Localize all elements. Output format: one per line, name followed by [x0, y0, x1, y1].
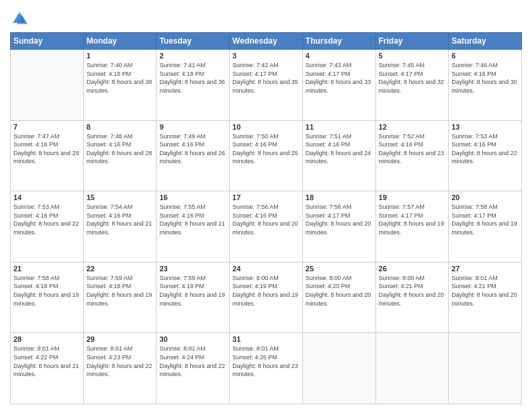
cell-info: Sunrise: 7:43 AMSunset: 4:17 PMDaylight:…	[306, 61, 373, 95]
calendar-cell: 24Sunrise: 8:00 AMSunset: 4:19 PMDayligh…	[230, 262, 303, 333]
cell-info: Sunrise: 7:45 AMSunset: 4:17 PMDaylight:…	[379, 61, 446, 95]
calendar-cell: 13Sunrise: 7:53 AMSunset: 4:16 PMDayligh…	[449, 120, 522, 191]
cell-info: Sunrise: 7:55 AMSunset: 4:16 PMDaylight:…	[159, 203, 226, 236]
calendar-cell: 16Sunrise: 7:55 AMSunset: 4:16 PMDayligh…	[157, 191, 230, 263]
day-number: 31	[232, 335, 300, 343]
day-number: 2	[159, 52, 226, 60]
day-number: 15	[87, 193, 154, 201]
day-number: 27	[451, 265, 519, 273]
day-number: 20	[451, 193, 519, 201]
calendar-day-header: Tuesday	[157, 33, 230, 50]
calendar-table: SundayMondayTuesdayWednesdayThursdayFrid…	[10, 32, 522, 404]
day-number: 13	[451, 123, 519, 131]
calendar-cell: 31Sunrise: 8:01 AMSunset: 4:25 PMDayligh…	[230, 333, 303, 404]
cell-info: Sunrise: 8:01 AMSunset: 4:24 PMDaylight:…	[159, 345, 226, 378]
calendar-cell	[302, 333, 375, 404]
calendar-cell: 1Sunrise: 7:40 AMSunset: 4:18 PMDaylight…	[83, 50, 157, 121]
day-number: 24	[232, 265, 300, 273]
day-number: 30	[159, 335, 226, 343]
day-number: 5	[379, 52, 446, 60]
cell-info: Sunrise: 7:58 AMSunset: 4:18 PMDaylight:…	[13, 274, 81, 308]
calendar-cell: 26Sunrise: 8:00 AMSunset: 4:21 PMDayligh…	[375, 262, 449, 333]
day-number: 9	[159, 123, 226, 131]
cell-info: Sunrise: 7:42 AMSunset: 4:17 PMDaylight:…	[232, 61, 300, 95]
calendar-cell: 6Sunrise: 7:46 AMSunset: 4:16 PMDaylight…	[449, 50, 522, 121]
calendar-day-header: Sunday	[11, 33, 84, 50]
calendar-cell: 15Sunrise: 7:54 AMSunset: 4:16 PMDayligh…	[83, 191, 157, 263]
calendar-day-header: Wednesday	[230, 33, 303, 50]
calendar-cell: 14Sunrise: 7:53 AMSunset: 4:16 PMDayligh…	[11, 191, 84, 263]
calendar-cell: 30Sunrise: 8:01 AMSunset: 4:24 PMDayligh…	[157, 333, 230, 404]
calendar-cell: 29Sunrise: 8:01 AMSunset: 4:23 PMDayligh…	[83, 333, 157, 404]
logo-icon	[10, 9, 29, 28]
calendar-week-row: 1Sunrise: 7:40 AMSunset: 4:18 PMDaylight…	[11, 50, 522, 121]
day-number: 7	[13, 123, 81, 131]
day-number: 17	[232, 193, 300, 201]
calendar-cell: 22Sunrise: 7:59 AMSunset: 4:18 PMDayligh…	[83, 262, 157, 333]
day-number: 26	[379, 265, 446, 273]
cell-info: Sunrise: 7:56 AMSunset: 4:17 PMDaylight:…	[306, 203, 373, 236]
logo	[10, 9, 32, 28]
calendar-day-header: Monday	[83, 33, 157, 50]
day-number: 11	[306, 123, 373, 131]
cell-info: Sunrise: 8:01 AMSunset: 4:21 PMDaylight:…	[451, 274, 519, 308]
calendar-cell: 27Sunrise: 8:01 AMSunset: 4:21 PMDayligh…	[449, 262, 522, 333]
day-number: 3	[232, 52, 300, 60]
calendar-cell: 3Sunrise: 7:42 AMSunset: 4:17 PMDaylight…	[230, 50, 303, 121]
calendar-cell: 18Sunrise: 7:56 AMSunset: 4:17 PMDayligh…	[302, 191, 375, 263]
calendar-cell	[375, 333, 449, 404]
day-number: 25	[306, 265, 373, 273]
cell-info: Sunrise: 8:01 AMSunset: 4:22 PMDaylight:…	[13, 345, 81, 378]
calendar-cell: 12Sunrise: 7:52 AMSunset: 4:16 PMDayligh…	[375, 120, 449, 191]
calendar-cell: 21Sunrise: 7:58 AMSunset: 4:18 PMDayligh…	[11, 262, 84, 333]
cell-info: Sunrise: 7:40 AMSunset: 4:18 PMDaylight:…	[87, 61, 154, 95]
day-number: 6	[451, 52, 519, 60]
calendar-header-row: SundayMondayTuesdayWednesdayThursdayFrid…	[11, 33, 522, 50]
cell-info: Sunrise: 7:54 AMSunset: 4:16 PMDaylight:…	[87, 203, 154, 236]
cell-info: Sunrise: 7:53 AMSunset: 4:16 PMDaylight:…	[451, 132, 519, 166]
cell-info: Sunrise: 7:59 AMSunset: 4:18 PMDaylight:…	[87, 274, 154, 308]
cell-info: Sunrise: 7:50 AMSunset: 4:16 PMDaylight:…	[232, 132, 300, 166]
cell-info: Sunrise: 7:53 AMSunset: 4:16 PMDaylight:…	[13, 203, 81, 236]
cell-info: Sunrise: 7:49 AMSunset: 4:16 PMDaylight:…	[159, 132, 226, 166]
day-number: 28	[13, 335, 81, 343]
calendar-day-header: Friday	[375, 33, 449, 50]
cell-info: Sunrise: 8:00 AMSunset: 4:19 PMDaylight:…	[232, 274, 300, 308]
calendar-cell: 8Sunrise: 7:48 AMSunset: 4:16 PMDaylight…	[83, 120, 157, 191]
cell-info: Sunrise: 7:51 AMSunset: 4:16 PMDaylight:…	[306, 132, 373, 166]
calendar-day-header: Saturday	[449, 33, 522, 50]
day-number: 14	[13, 193, 81, 201]
day-number: 18	[306, 193, 373, 201]
cell-info: Sunrise: 8:00 AMSunset: 4:21 PMDaylight:…	[379, 274, 446, 308]
cell-info: Sunrise: 7:59 AMSunset: 4:19 PMDaylight:…	[159, 274, 226, 308]
calendar-week-row: 28Sunrise: 8:01 AMSunset: 4:22 PMDayligh…	[11, 333, 522, 404]
cell-info: Sunrise: 7:46 AMSunset: 4:16 PMDaylight:…	[451, 61, 519, 95]
day-number: 21	[13, 265, 81, 273]
calendar-cell: 20Sunrise: 7:58 AMSunset: 4:17 PMDayligh…	[449, 191, 522, 263]
day-number: 12	[379, 123, 446, 131]
day-number: 1	[87, 52, 154, 60]
calendar-cell: 2Sunrise: 7:41 AMSunset: 4:18 PMDaylight…	[157, 50, 230, 121]
calendar-cell	[11, 50, 84, 121]
calendar-week-row: 14Sunrise: 7:53 AMSunset: 4:16 PMDayligh…	[11, 191, 522, 263]
calendar-week-row: 7Sunrise: 7:47 AMSunset: 4:16 PMDaylight…	[11, 120, 522, 191]
calendar-day-header: Thursday	[302, 33, 375, 50]
cell-info: Sunrise: 8:01 AMSunset: 4:23 PMDaylight:…	[87, 345, 154, 378]
day-number: 10	[232, 123, 300, 131]
cell-info: Sunrise: 7:58 AMSunset: 4:17 PMDaylight:…	[451, 203, 519, 236]
day-number: 8	[87, 123, 154, 131]
cell-info: Sunrise: 8:00 AMSunset: 4:20 PMDaylight:…	[306, 274, 373, 308]
calendar-cell: 9Sunrise: 7:49 AMSunset: 4:16 PMDaylight…	[157, 120, 230, 191]
calendar-cell: 19Sunrise: 7:57 AMSunset: 4:17 PMDayligh…	[375, 191, 449, 263]
calendar-cell: 10Sunrise: 7:50 AMSunset: 4:16 PMDayligh…	[230, 120, 303, 191]
cell-info: Sunrise: 7:57 AMSunset: 4:17 PMDaylight:…	[379, 203, 446, 236]
calendar-cell: 5Sunrise: 7:45 AMSunset: 4:17 PMDaylight…	[375, 50, 449, 121]
calendar-cell	[449, 333, 522, 404]
calendar-cell: 7Sunrise: 7:47 AMSunset: 4:16 PMDaylight…	[11, 120, 84, 191]
header	[10, 7, 522, 28]
page: SundayMondayTuesdayWednesdayThursdayFrid…	[0, 0, 532, 411]
calendar-week-row: 21Sunrise: 7:58 AMSunset: 4:18 PMDayligh…	[11, 262, 522, 333]
cell-info: Sunrise: 7:52 AMSunset: 4:16 PMDaylight:…	[379, 132, 446, 166]
cell-info: Sunrise: 7:56 AMSunset: 4:16 PMDaylight:…	[232, 203, 300, 236]
day-number: 23	[159, 265, 226, 273]
